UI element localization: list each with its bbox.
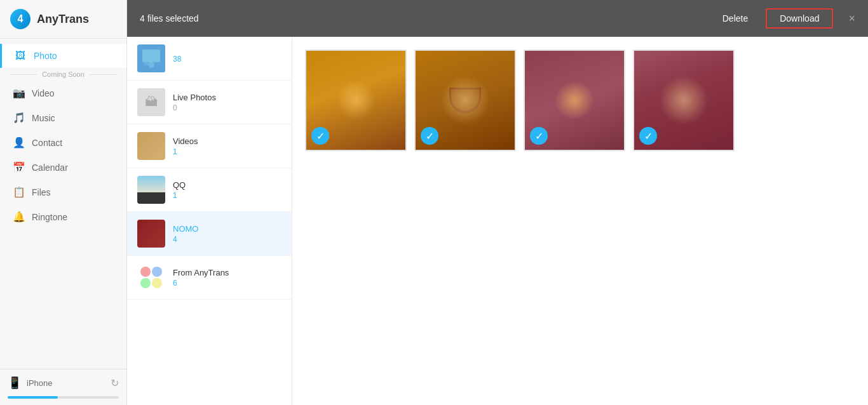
photo-check-1: ✓ xyxy=(311,127,329,145)
sidebar-item-music[interactable]: 🎵 Music xyxy=(0,105,126,130)
album-name-live: Live Photos xyxy=(173,93,281,102)
device-info: 📱 iPhone ↻ xyxy=(0,369,126,396)
photo-check-4: ✓ xyxy=(639,127,657,145)
album-list: 38 🏔 Live Photos 0 xyxy=(127,37,292,405)
sidebar-label-files: Files xyxy=(32,187,51,197)
album-count-38: 38 xyxy=(173,55,281,63)
svg-rect-1 xyxy=(142,50,160,62)
sidebar-item-ringtone[interactable]: 🔔 Ringtone xyxy=(0,204,126,229)
album-info-nomo: NOMO 4 xyxy=(173,224,281,244)
album-item-qq[interactable]: QQ 1 xyxy=(127,168,292,212)
selection-bar: 4 files selected Delete Download × xyxy=(127,0,868,37)
delete-button[interactable]: Delete xyxy=(715,10,756,27)
album-info-live: Live Photos 0 xyxy=(173,93,281,112)
sidebar-item-files[interactable]: 📋 Files xyxy=(0,180,126,204)
album-info-videos: Videos 1 xyxy=(173,136,281,156)
album-count-videos: 1 xyxy=(173,147,281,156)
album-count-qq: 1 xyxy=(173,191,281,200)
app-name: AnyTrans xyxy=(37,13,89,26)
album-info-from: From AnyTrans 6 xyxy=(173,268,281,288)
album-count-from: 6 xyxy=(173,279,281,288)
album-thumb-live: 🏔 xyxy=(137,88,165,116)
ringtone-icon: 🔔 xyxy=(13,211,24,223)
top-bar-container: 4 files selected Delete Download × ↻ Ref… xyxy=(127,0,868,37)
music-icon: 🎵 xyxy=(13,112,24,124)
album-info-qq: QQ 1 xyxy=(173,180,281,200)
album-item-from-anytrans[interactable]: From AnyTrans 6 xyxy=(127,256,292,300)
logo-icon: 4 xyxy=(10,9,31,29)
sidebar-label-music: Music xyxy=(32,113,55,123)
photo-item-2[interactable]: ✓ xyxy=(414,50,516,151)
album-name-qq: QQ xyxy=(173,180,281,190)
sidebar-item-contact[interactable]: 👤 Contact xyxy=(0,130,126,155)
device-name: iPhone xyxy=(27,378,105,388)
main-content: 4 files selected Delete Download × ↻ Ref… xyxy=(127,0,868,405)
album-count-live: 0 xyxy=(173,103,281,112)
album-item-videos[interactable]: Videos 1 xyxy=(127,124,292,168)
album-name-videos: Videos xyxy=(173,136,281,146)
album-thumb-videos xyxy=(137,132,165,160)
content-area: 38 🏔 Live Photos 0 xyxy=(127,37,868,405)
sidebar-label-photo: Photo xyxy=(34,51,57,61)
device-section: 📱 iPhone ↻ xyxy=(0,369,126,405)
album-thumb-38 xyxy=(137,44,165,72)
device-storage-fill xyxy=(8,396,58,399)
album-thumb-qq xyxy=(137,176,165,204)
download-button[interactable]: Download xyxy=(766,8,833,29)
sidebar-item-video[interactable]: 📷 Video xyxy=(0,81,126,105)
device-refresh-icon[interactable]: ↻ xyxy=(111,377,119,389)
coming-soon-divider: Coming Soon xyxy=(0,68,126,81)
album-thumb-nomo xyxy=(137,220,165,248)
photo-item-3[interactable]: ✓ xyxy=(524,50,625,151)
close-button[interactable]: × xyxy=(848,12,855,25)
photo-icon: 🖼 xyxy=(15,50,26,62)
album-item-live-photos[interactable]: 🏔 Live Photos 0 xyxy=(127,81,292,124)
album-count-nomo: 4 xyxy=(173,235,281,244)
svg-point-2 xyxy=(148,62,154,68)
sidebar-label-video: Video xyxy=(32,88,55,98)
album-thumb-from xyxy=(137,263,165,291)
calendar-icon: 📅 xyxy=(13,161,24,173)
album-item-nomo[interactable]: NOMO 4 xyxy=(127,212,292,256)
photo-grid: ✓ ✓ ✓ ✓ xyxy=(292,37,868,405)
svg-text:🏔: 🏔 xyxy=(145,95,158,109)
sidebar-label-calendar: Calendar xyxy=(32,163,68,173)
sidebar-item-calendar[interactable]: 📅 Calendar xyxy=(0,155,126,180)
sidebar-label-contact: Contact xyxy=(32,138,62,148)
sidebar-label-ringtone: Ringtone xyxy=(32,212,67,222)
album-name-from: From AnyTrans xyxy=(173,268,281,277)
photo-item-1[interactable]: ✓ xyxy=(305,50,407,151)
selection-count: 4 files selected xyxy=(140,13,705,23)
sidebar: 4 AnyTrans 🖼 Photo Coming Soon 📷 Video 🎵… xyxy=(0,0,127,405)
svg-point-3 xyxy=(144,62,148,65)
photo-item-4[interactable]: ✓ xyxy=(633,50,735,151)
album-item-38[interactable]: 38 xyxy=(127,37,292,81)
sidebar-nav: 🖼 Photo Coming Soon 📷 Video 🎵 Music 👤 Co… xyxy=(0,39,126,369)
app-logo: 4 AnyTrans xyxy=(0,0,126,39)
files-icon: 📋 xyxy=(13,186,24,198)
device-storage-bar xyxy=(8,396,119,399)
photo-check-3: ✓ xyxy=(530,127,548,145)
video-icon: 📷 xyxy=(13,87,24,99)
sidebar-item-photo[interactable]: 🖼 Photo xyxy=(0,44,126,68)
device-icon: 📱 xyxy=(8,376,22,390)
album-info-38: 38 xyxy=(173,53,281,63)
album-name-nomo: NOMO xyxy=(173,224,281,234)
contact-icon: 👤 xyxy=(13,136,24,149)
photo-check-2: ✓ xyxy=(421,127,438,145)
